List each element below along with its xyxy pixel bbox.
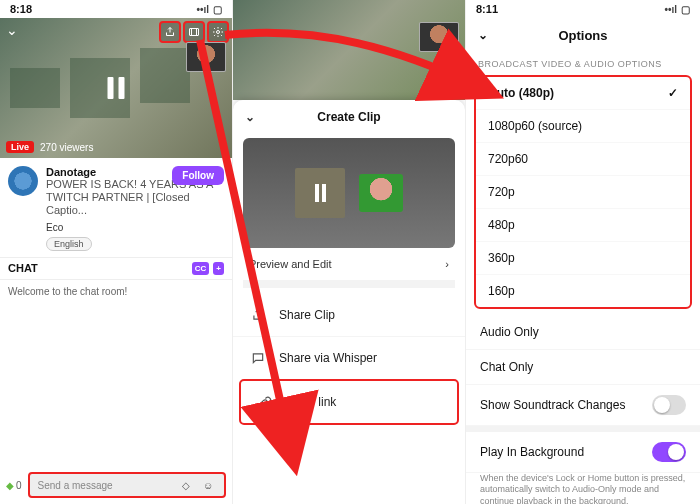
signal-icon: ••ıl xyxy=(664,4,677,15)
options-panel: 8:11 ••ıl ▢ ⌄ Options BROADCAST VIDEO & … xyxy=(466,0,700,504)
follow-button[interactable]: Follow xyxy=(172,166,224,185)
quality-list: Auto (480p) ✓ 1080p60 (source) 720p60 72… xyxy=(474,75,692,309)
stream-category[interactable]: Eco xyxy=(0,222,232,237)
copy-link-row[interactable]: Copy link xyxy=(239,379,459,425)
gear-icon[interactable] xyxy=(208,22,228,42)
checkmark-icon: ✓ xyxy=(668,86,678,100)
show-soundtrack-row[interactable]: Show Soundtrack Changes xyxy=(466,385,700,426)
status-time: 8:11 xyxy=(476,3,498,15)
bits-count[interactable]: ◆0 xyxy=(6,480,22,491)
collapse-icon[interactable]: ⌄ xyxy=(6,22,18,38)
chat-placeholder: Send a message xyxy=(38,480,172,491)
options-title: Options xyxy=(558,28,607,43)
sheet-title: Create Clip xyxy=(317,110,380,124)
share-whisper-row[interactable]: Share via Whisper xyxy=(233,336,465,379)
create-clip-sheet: ⌄ Create Clip Preview and Edit › Share C… xyxy=(233,100,465,504)
cc-badge[interactable]: CC xyxy=(192,262,210,275)
live-badge: Live xyxy=(6,141,34,153)
pause-icon[interactable] xyxy=(108,77,125,99)
viewer-count: 270 viewers xyxy=(40,142,93,153)
twitch-stream-panel: 8:18 ••ıl ▢ ⌄ xyxy=(0,0,233,504)
chat-expand-icon[interactable]: + xyxy=(213,262,224,275)
toggle-soundtrack[interactable] xyxy=(652,395,686,415)
streamer-camera-pip xyxy=(419,22,459,52)
svg-rect-0 xyxy=(190,29,199,36)
share-icon xyxy=(249,306,267,324)
collapse-icon[interactable]: ⌄ xyxy=(245,110,255,124)
quality-1080p60[interactable]: 1080p60 (source) xyxy=(476,110,690,143)
chat-only-row[interactable]: Chat Only xyxy=(466,350,700,385)
play-background-row[interactable]: Play In Background xyxy=(466,432,700,473)
battery-icon: ▢ xyxy=(213,4,222,15)
diamond-icon[interactable]: ◇ xyxy=(178,477,194,493)
status-bar: 8:18 ••ıl ▢ xyxy=(0,0,232,18)
video-player[interactable]: ⌄ Live 270 viewers xyxy=(0,18,232,158)
status-bar: 8:11 ••ıl ▢ xyxy=(466,0,700,18)
quality-480p[interactable]: 480p xyxy=(476,209,690,242)
preview-edit-row[interactable]: Preview and Edit › xyxy=(243,248,455,288)
status-time: 8:18 xyxy=(10,3,32,15)
avatar[interactable] xyxy=(8,166,38,196)
quality-720p60[interactable]: 720p60 xyxy=(476,143,690,176)
play-background-desc: When the device's Lock or Home button is… xyxy=(466,473,700,504)
chevron-right-icon: › xyxy=(445,258,449,270)
streamer-camera-pip xyxy=(186,42,226,72)
quality-auto[interactable]: Auto (480p) ✓ xyxy=(476,77,690,110)
whisper-icon xyxy=(249,349,267,367)
share-clip-label: Share Clip xyxy=(279,308,335,322)
section-broadcast-label: BROADCAST VIDEO & AUDIO OPTIONS xyxy=(466,53,700,73)
emote-icon[interactable]: ☺ xyxy=(200,477,216,493)
preview-edit-label: Preview and Edit xyxy=(249,258,332,270)
quality-720p[interactable]: 720p xyxy=(476,176,690,209)
clip-face-thumbnail xyxy=(359,174,403,212)
battery-icon: ▢ xyxy=(681,4,690,15)
stream-info: Danotage POWER IS BACK! 4 YEARS AS A TWI… xyxy=(0,158,232,222)
clip-icon[interactable] xyxy=(184,22,204,42)
quality-160p[interactable]: 160p xyxy=(476,275,690,307)
chat-welcome-text: Welcome to the chat room! xyxy=(8,286,127,297)
share-clip-row[interactable]: Share Clip xyxy=(233,294,465,336)
chat-input-row: ◆0 Send a message ◇ ☺ xyxy=(6,472,226,498)
share-whisper-label: Share via Whisper xyxy=(279,351,377,365)
chat-body[interactable]: Welcome to the chat room! xyxy=(0,280,232,470)
link-icon xyxy=(257,393,275,411)
tag-english[interactable]: English xyxy=(46,237,92,251)
create-clip-panel: ⌄ Create Clip Preview and Edit › Share C… xyxy=(233,0,466,504)
chat-header: CHAT CC + xyxy=(0,257,232,280)
share-icon[interactable] xyxy=(160,22,180,42)
copy-link-label: Copy link xyxy=(287,395,336,409)
collapse-icon[interactable]: ⌄ xyxy=(478,28,488,42)
audio-only-row[interactable]: Audio Only xyxy=(466,315,700,350)
pause-icon xyxy=(295,168,345,218)
chat-input[interactable]: Send a message ◇ ☺ xyxy=(28,472,226,498)
svg-point-1 xyxy=(217,31,220,34)
chat-header-label: CHAT xyxy=(8,262,38,274)
quality-360p[interactable]: 360p xyxy=(476,242,690,275)
clip-preview[interactable] xyxy=(243,138,455,248)
toggle-play-background[interactable] xyxy=(652,442,686,462)
signal-icon: ••ıl xyxy=(196,4,209,15)
